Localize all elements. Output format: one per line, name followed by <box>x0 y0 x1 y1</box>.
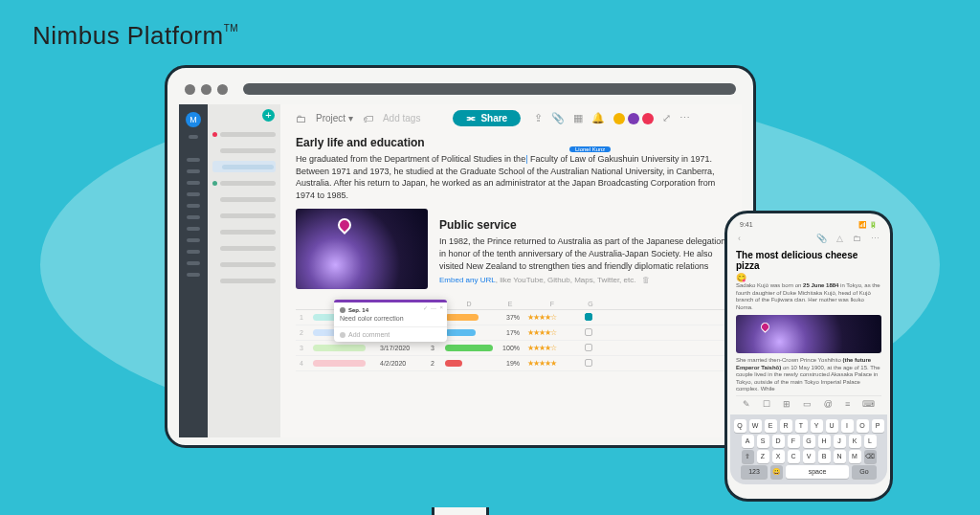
kb-tool-icon[interactable]: ▭ <box>803 399 812 409</box>
key-y[interactable]: Y <box>811 419 823 433</box>
kb-tool-icon[interactable]: ☐ <box>763 399 770 409</box>
collaborator-avatar[interactable] <box>628 113 639 124</box>
key-r[interactable]: R <box>780 419 792 433</box>
phone-title[interactable]: The most delicious cheese pizza <box>736 250 881 271</box>
rail-item[interactable] <box>187 215 200 219</box>
key-i[interactable]: I <box>841 419 854 433</box>
key-z[interactable]: Z <box>757 450 769 463</box>
paragraph[interactable]: He graduated from the Department of Poli… <box>296 153 726 201</box>
attach-icon[interactable]: 📎 <box>816 234 827 243</box>
collaborator-avatar[interactable] <box>642 113 654 124</box>
table-row[interactable]: 44/2/2020219%★★★★★ <box>296 356 726 371</box>
rail-item[interactable] <box>187 192 200 196</box>
rail-item[interactable] <box>187 261 200 265</box>
key-space[interactable]: space <box>786 465 849 479</box>
key-p[interactable]: P <box>872 419 884 433</box>
window-dot[interactable] <box>201 84 212 95</box>
key-f[interactable]: F <box>788 435 800 448</box>
window-dot[interactable] <box>185 84 195 95</box>
rail-item[interactable] <box>187 227 200 231</box>
paragraph[interactable]: In 1982, the Prince returned to Australi… <box>439 235 726 272</box>
attach-icon[interactable]: 📎 <box>551 112 565 124</box>
col-header[interactable]: G <box>581 299 600 309</box>
more-icon[interactable]: ⋯ <box>431 304 436 311</box>
rail-item[interactable] <box>189 135 198 139</box>
key-w[interactable]: W <box>749 419 762 433</box>
col-header[interactable]: F <box>523 299 581 309</box>
list-item[interactable] <box>212 177 276 189</box>
expand-icon[interactable]: ⤢ <box>662 112 671 124</box>
embed-placeholder[interactable]: Embed any URL, like YouTube, Github, Map… <box>439 276 726 284</box>
key-go[interactable]: Go <box>852 465 877 479</box>
rail-item[interactable] <box>187 204 200 208</box>
kb-tool-icon[interactable]: ⊞ <box>783 399 791 409</box>
bell-icon[interactable]: △ <box>836 234 843 243</box>
more-icon[interactable]: ⋯ <box>679 112 690 124</box>
key-l[interactable]: L <box>864 435 877 448</box>
key-q[interactable]: Q <box>734 419 746 433</box>
list-item[interactable] <box>212 275 276 286</box>
phone-paragraph[interactable]: She married then-Crown Prince Yoshihito … <box>736 357 881 393</box>
key-123[interactable]: 123 <box>741 465 768 479</box>
key-⇧[interactable]: ⇧ <box>742 450 754 463</box>
list-item[interactable] <box>212 161 276 172</box>
share-button[interactable]: ⫘ Share <box>453 110 521 126</box>
kb-tool-icon[interactable]: ⌨ <box>862 399 875 409</box>
back-icon[interactable]: ‹ <box>738 234 741 243</box>
key-😀[interactable]: 😀 <box>770 465 783 479</box>
workspace-avatar[interactable]: M <box>186 112 201 127</box>
table-row[interactable]: 33/17/20203100%★★★★☆ <box>296 341 726 356</box>
kb-tool-icon[interactable]: @ <box>824 399 833 409</box>
col-header[interactable]: D <box>441 299 497 309</box>
annotation-pin-icon[interactable] <box>759 321 771 333</box>
key-a[interactable]: A <box>742 435 754 448</box>
phone-paragraph[interactable]: Sadako Kujō was born on 25 June 1884 in … <box>736 282 881 311</box>
key-u[interactable]: U <box>826 419 838 433</box>
bell-icon[interactable]: 🔔 <box>591 112 605 124</box>
folder-icon[interactable]: 🗀 <box>853 234 861 243</box>
rail-item[interactable] <box>187 181 200 185</box>
kb-tool-icon[interactable]: ✎ <box>743 399 750 409</box>
rail-item[interactable] <box>187 273 200 277</box>
list-item[interactable] <box>212 258 276 270</box>
key-v[interactable]: V <box>803 450 815 463</box>
key-t[interactable]: T <box>795 419 808 433</box>
address-bar[interactable] <box>243 83 736 95</box>
collaborator-avatar[interactable] <box>613 113 625 124</box>
image-block[interactable] <box>296 209 428 289</box>
phone-image[interactable] <box>736 315 881 353</box>
key-x[interactable]: X <box>772 450 785 463</box>
rail-item[interactable] <box>187 158 200 162</box>
key-m[interactable]: M <box>849 450 861 463</box>
heading-1[interactable]: Early life and education <box>296 136 726 149</box>
key-c[interactable]: C <box>788 450 800 463</box>
list-item[interactable] <box>212 193 276 205</box>
key-o[interactable]: O <box>857 419 869 433</box>
col-header[interactable]: E <box>497 299 523 309</box>
close-icon[interactable]: × <box>439 304 443 311</box>
export-icon[interactable]: ⇪ <box>534 112 543 124</box>
window-dot[interactable] <box>217 84 228 95</box>
breadcrumb[interactable]: Project ▾ <box>316 113 353 123</box>
resolve-icon[interactable]: ✓ <box>423 304 428 311</box>
rail-item[interactable] <box>187 169 200 173</box>
annotation-pin-icon[interactable] <box>335 215 354 235</box>
more-icon[interactable]: ⋯ <box>871 234 880 243</box>
key-n[interactable]: N <box>834 450 846 463</box>
key-k[interactable]: K <box>849 435 861 448</box>
key-s[interactable]: S <box>757 435 769 448</box>
heading-2[interactable]: Public service <box>439 218 726 232</box>
rail-item[interactable] <box>187 238 200 242</box>
qr-icon[interactable]: ▦ <box>573 112 583 124</box>
kb-tool-icon[interactable]: ≡ <box>845 399 850 409</box>
key-g[interactable]: G <box>803 435 815 448</box>
trash-icon[interactable]: 🗑 <box>642 276 650 284</box>
key-h[interactable]: H <box>818 435 831 448</box>
key-⌫[interactable]: ⌫ <box>864 450 877 463</box>
list-item[interactable] <box>212 145 276 156</box>
key-b[interactable]: B <box>818 450 831 463</box>
list-item[interactable] <box>212 210 276 221</box>
list-item[interactable] <box>212 128 276 140</box>
key-e[interactable]: E <box>765 419 777 433</box>
add-note-button[interactable]: + <box>262 109 275 122</box>
